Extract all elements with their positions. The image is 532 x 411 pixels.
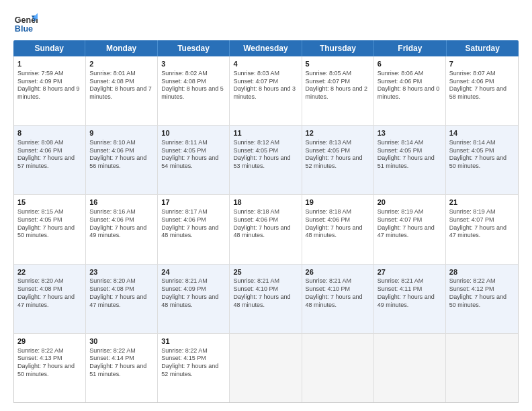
page-header: General Blue — [13, 11, 519, 35]
day-info: Sunrise: 8:13 AM Sunset: 4:05 PM Dayligh… — [306, 139, 370, 171]
header-monday: Monday — [85, 40, 157, 56]
day-number: 17 — [161, 197, 226, 208]
sunrise-label: Sunrise: 8:22 AM — [449, 277, 496, 284]
day-number: 26 — [306, 267, 370, 277]
calendar-body: 1 Sunrise: 7:59 AM Sunset: 4:09 PM Dayli… — [13, 56, 519, 403]
sunset-label: Sunset: 4:13 PM — [17, 355, 62, 361]
sunrise-label: Sunrise: 8:14 AM — [378, 139, 424, 146]
day-number: 24 — [161, 267, 226, 277]
sunset-label: Sunset: 4:06 PM — [89, 216, 134, 223]
day-number: 11 — [233, 128, 298, 138]
daylight-label: Daylight: 8 hours and 7 minutes. — [89, 85, 152, 100]
day-number: 21 — [449, 197, 515, 208]
sunset-label: Sunset: 4:15 PM — [161, 355, 206, 361]
day-info: Sunrise: 8:14 AM Sunset: 4:05 PM Dayligh… — [449, 139, 515, 171]
calendar-cell-31: 31 Sunrise: 8:22 AM Sunset: 4:15 PM Dayl… — [158, 334, 230, 402]
sunrise-label: Sunrise: 8:22 AM — [161, 347, 208, 354]
calendar-cell-17: 17 Sunrise: 8:17 AM Sunset: 4:06 PM Dayl… — [158, 195, 230, 263]
daylight-label: Daylight: 7 hours and 50 minutes. — [17, 224, 75, 239]
sunset-label: Sunset: 4:07 PM — [449, 216, 494, 223]
sunset-label: Sunset: 4:11 PM — [378, 285, 423, 292]
daylight-label: Daylight: 7 hours and 50 minutes. — [17, 363, 75, 377]
calendar-cell-8: 8 Sunrise: 8:08 AM Sunset: 4:06 PM Dayli… — [14, 126, 86, 194]
daylight-label: Daylight: 7 hours and 47 minutes. — [378, 224, 435, 239]
day-info: Sunrise: 8:22 AM Sunset: 4:15 PM Dayligh… — [161, 347, 226, 379]
header-saturday: Saturday — [447, 40, 519, 56]
sunrise-label: Sunrise: 8:19 AM — [449, 208, 496, 215]
sunrise-label: Sunrise: 8:20 AM — [89, 277, 136, 284]
day-info: Sunrise: 8:21 AM Sunset: 4:10 PM Dayligh… — [233, 277, 298, 309]
header-wednesday: Wednesday — [230, 40, 302, 56]
sunset-label: Sunset: 4:10 PM — [233, 285, 278, 292]
daylight-label: Daylight: 7 hours and 48 minutes. — [233, 293, 290, 308]
daylight-label: Daylight: 7 hours and 56 minutes. — [89, 154, 146, 169]
daylight-label: Daylight: 8 hours and 3 minutes. — [233, 85, 296, 100]
calendar-cell-28: 28 Sunrise: 8:22 AM Sunset: 4:12 PM Dayl… — [446, 265, 518, 333]
logo-icon: General Blue — [13, 11, 38, 35]
page: General Blue Sunday Monday Tuesday Wedne… — [0, 0, 532, 411]
sunset-label: Sunset: 4:06 PM — [17, 147, 62, 154]
calendar-cell-15: 15 Sunrise: 8:15 AM Sunset: 4:05 PM Dayl… — [14, 195, 86, 263]
calendar-cell-7: 7 Sunrise: 8:07 AM Sunset: 4:06 PM Dayli… — [446, 56, 518, 125]
day-number: 14 — [449, 128, 515, 138]
calendar-cell-5: 5 Sunrise: 8:05 AM Sunset: 4:07 PM Dayli… — [302, 56, 374, 125]
day-info: Sunrise: 8:18 AM Sunset: 4:06 PM Dayligh… — [306, 208, 370, 240]
day-info: Sunrise: 8:17 AM Sunset: 4:06 PM Dayligh… — [161, 208, 226, 240]
calendar-cell-11: 11 Sunrise: 8:12 AM Sunset: 4:05 PM Dayl… — [230, 126, 302, 194]
sunrise-label: Sunrise: 8:07 AM — [449, 70, 496, 77]
calendar-row-4: 22 Sunrise: 8:20 AM Sunset: 4:08 PM Dayl… — [14, 265, 518, 334]
day-number: 30 — [89, 336, 154, 347]
calendar-cell-19: 19 Sunrise: 8:18 AM Sunset: 4:06 PM Dayl… — [302, 195, 374, 263]
sunrise-label: Sunrise: 8:16 AM — [89, 208, 136, 215]
day-number: 13 — [378, 128, 442, 138]
sunset-label: Sunset: 4:05 PM — [378, 147, 423, 154]
day-info: Sunrise: 8:21 AM Sunset: 4:09 PM Dayligh… — [161, 277, 226, 309]
calendar-cell-30: 30 Sunrise: 8:22 AM Sunset: 4:14 PM Dayl… — [86, 334, 158, 402]
day-number: 3 — [161, 59, 226, 69]
sunrise-label: Sunrise: 8:22 AM — [17, 347, 64, 354]
daylight-label: Daylight: 7 hours and 47 minutes. — [17, 293, 75, 308]
day-number: 16 — [89, 197, 154, 208]
sunrise-label: Sunrise: 8:02 AM — [161, 70, 208, 77]
day-info: Sunrise: 8:16 AM Sunset: 4:06 PM Dayligh… — [89, 208, 154, 240]
day-info: Sunrise: 8:10 AM Sunset: 4:06 PM Dayligh… — [89, 139, 154, 171]
sunrise-label: Sunrise: 8:21 AM — [378, 277, 424, 284]
calendar-cell-empty — [446, 334, 518, 402]
daylight-label: Daylight: 7 hours and 57 minutes. — [17, 154, 75, 169]
sunset-label: Sunset: 4:09 PM — [17, 78, 62, 85]
calendar-cell-24: 24 Sunrise: 8:21 AM Sunset: 4:09 PM Dayl… — [158, 265, 230, 333]
sunrise-label: Sunrise: 8:13 AM — [306, 139, 352, 146]
day-info: Sunrise: 8:15 AM Sunset: 4:05 PM Dayligh… — [17, 208, 82, 240]
header-sunday: Sunday — [13, 40, 85, 56]
day-info: Sunrise: 8:21 AM Sunset: 4:11 PM Dayligh… — [378, 277, 442, 309]
sunset-label: Sunset: 4:08 PM — [89, 285, 134, 292]
sunrise-label: Sunrise: 8:15 AM — [17, 208, 64, 215]
day-number: 20 — [378, 197, 442, 208]
calendar-cell-12: 12 Sunrise: 8:13 AM Sunset: 4:05 PM Dayl… — [302, 126, 374, 194]
sunset-label: Sunset: 4:08 PM — [17, 285, 62, 292]
sunrise-label: Sunrise: 8:21 AM — [233, 277, 279, 284]
sunrise-label: Sunrise: 8:21 AM — [306, 277, 352, 284]
calendar-row-5: 29 Sunrise: 8:22 AM Sunset: 4:13 PM Dayl… — [14, 334, 518, 402]
day-number: 9 — [89, 128, 154, 138]
daylight-label: Daylight: 8 hours and 2 minutes. — [306, 85, 368, 100]
sunset-label: Sunset: 4:06 PM — [378, 78, 423, 85]
day-info: Sunrise: 8:22 AM Sunset: 4:14 PM Dayligh… — [89, 347, 154, 379]
daylight-label: Daylight: 7 hours and 49 minutes. — [89, 224, 146, 239]
sunrise-label: Sunrise: 8:18 AM — [306, 208, 352, 215]
day-info: Sunrise: 8:18 AM Sunset: 4:06 PM Dayligh… — [233, 208, 298, 240]
day-info: Sunrise: 8:11 AM Sunset: 4:05 PM Dayligh… — [161, 139, 226, 171]
calendar-cell-27: 27 Sunrise: 8:21 AM Sunset: 4:11 PM Dayl… — [374, 265, 446, 333]
header-friday: Friday — [374, 40, 446, 56]
calendar-cell-26: 26 Sunrise: 8:21 AM Sunset: 4:10 PM Dayl… — [302, 265, 374, 333]
calendar-row-1: 1 Sunrise: 7:59 AM Sunset: 4:09 PM Dayli… — [14, 56, 518, 126]
day-info: Sunrise: 8:05 AM Sunset: 4:07 PM Dayligh… — [306, 70, 370, 101]
sunset-label: Sunset: 4:05 PM — [233, 147, 278, 154]
day-number: 28 — [449, 267, 515, 277]
daylight-label: Daylight: 7 hours and 47 minutes. — [89, 293, 146, 308]
calendar-cell-18: 18 Sunrise: 8:18 AM Sunset: 4:06 PM Dayl… — [230, 195, 302, 263]
daylight-label: Daylight: 7 hours and 48 minutes. — [306, 293, 363, 308]
day-info: Sunrise: 8:14 AM Sunset: 4:05 PM Dayligh… — [378, 139, 442, 171]
calendar-cell-3: 3 Sunrise: 8:02 AM Sunset: 4:08 PM Dayli… — [158, 56, 230, 125]
day-info: Sunrise: 8:03 AM Sunset: 4:07 PM Dayligh… — [233, 70, 298, 101]
